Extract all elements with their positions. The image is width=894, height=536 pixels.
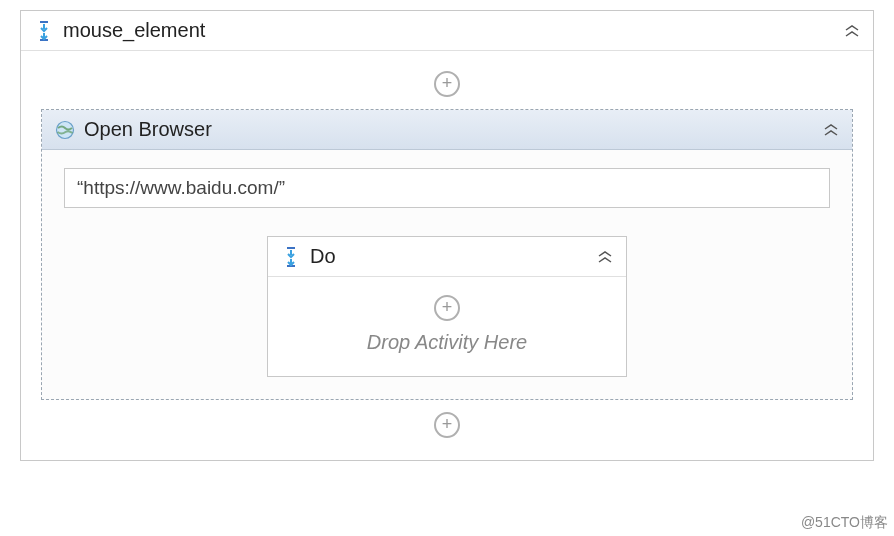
collapse-icon[interactable]: [596, 250, 614, 264]
add-activity-button[interactable]: [434, 295, 460, 321]
open-browser-body: Do Drop Activity Here: [42, 150, 852, 399]
add-activity-top-row: [41, 67, 853, 109]
add-activity-button[interactable]: [434, 71, 460, 97]
collapse-icon[interactable]: [843, 24, 861, 38]
open-browser-activity[interactable]: Open Browser: [41, 109, 853, 400]
do-container-wrap: Do Drop Activity Here: [64, 236, 830, 377]
open-browser-header[interactable]: Open Browser: [42, 110, 852, 150]
open-browser-title: Open Browser: [76, 118, 822, 141]
svg-point-0: [57, 121, 74, 138]
sequence-icon: [280, 246, 302, 268]
do-title: Do: [302, 245, 596, 268]
watermark: @51CTO博客: [801, 514, 888, 532]
sequence-header[interactable]: mouse_element: [21, 11, 873, 51]
do-body[interactable]: Drop Activity Here: [268, 277, 626, 376]
do-header[interactable]: Do: [268, 237, 626, 277]
sequence-icon: [33, 20, 55, 42]
sequence-container[interactable]: mouse_element Open Browser: [20, 10, 874, 461]
sequence-title: mouse_element: [55, 19, 843, 42]
do-container[interactable]: Do Drop Activity Here: [267, 236, 627, 377]
url-input[interactable]: [64, 168, 830, 208]
sequence-body: Open Browser: [21, 51, 873, 460]
add-activity-bottom-row: [41, 400, 853, 442]
globe-icon: [54, 119, 76, 141]
add-activity-button[interactable]: [434, 412, 460, 438]
drop-activity-hint: Drop Activity Here: [280, 331, 614, 354]
collapse-icon[interactable]: [822, 123, 840, 137]
